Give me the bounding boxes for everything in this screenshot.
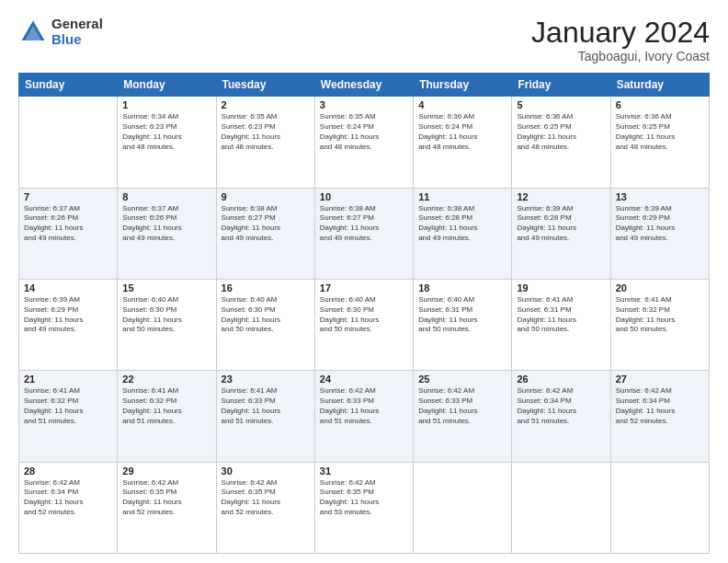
logo: General Blue	[18, 17, 103, 47]
cell-info: Sunrise: 6:39 AMSunset: 6:29 PMDaylight:…	[24, 295, 112, 335]
calendar-cell: 6Sunrise: 6:36 AMSunset: 6:25 PMDaylight…	[610, 97, 709, 188]
day-number: 11	[418, 191, 506, 202]
cell-info: Sunrise: 6:36 AMSunset: 6:25 PMDaylight:…	[616, 112, 704, 152]
day-number: 20	[616, 282, 704, 293]
cell-info: Sunrise: 6:39 AMSunset: 6:29 PMDaylight:…	[616, 204, 704, 244]
calendar-cell: 4Sunrise: 6:36 AMSunset: 6:24 PMDaylight…	[414, 97, 512, 188]
week-row-1: 1Sunrise: 6:34 AMSunset: 6:23 PMDaylight…	[19, 97, 710, 188]
weekday-header-wednesday: Wednesday	[314, 74, 413, 97]
cell-info: Sunrise: 6:39 AMSunset: 6:28 PMDaylight:…	[517, 204, 605, 244]
day-number: 25	[418, 373, 506, 385]
day-number: 8	[122, 191, 210, 202]
cell-info: Sunrise: 6:42 AMSunset: 6:35 PMDaylight:…	[320, 478, 408, 518]
day-number: 10	[320, 191, 408, 202]
cell-info: Sunrise: 6:41 AMSunset: 6:32 PMDaylight:…	[24, 386, 112, 426]
cell-info: Sunrise: 6:34 AMSunset: 6:23 PMDaylight:…	[122, 112, 210, 152]
month-title: January 2024	[531, 17, 710, 49]
calendar-cell: 9Sunrise: 6:38 AMSunset: 6:27 PMDaylight…	[216, 188, 314, 279]
week-row-2: 7Sunrise: 6:37 AMSunset: 6:26 PMDaylight…	[19, 188, 710, 279]
calendar-cell: 30Sunrise: 6:42 AMSunset: 6:35 PMDayligh…	[216, 462, 314, 553]
logo-general: General	[51, 17, 103, 32]
calendar-cell: 26Sunrise: 6:42 AMSunset: 6:34 PMDayligh…	[512, 371, 610, 462]
cell-info: Sunrise: 6:40 AMSunset: 6:30 PMDaylight:…	[122, 295, 210, 335]
calendar-cell: 8Sunrise: 6:37 AMSunset: 6:26 PMDaylight…	[118, 188, 216, 279]
calendar-cell	[512, 462, 610, 553]
calendar-cell: 14Sunrise: 6:39 AMSunset: 6:29 PMDayligh…	[19, 279, 118, 370]
day-number: 27	[616, 373, 704, 385]
calendar-cell: 19Sunrise: 6:41 AMSunset: 6:31 PMDayligh…	[512, 279, 610, 370]
day-number: 15	[122, 282, 210, 293]
cell-info: Sunrise: 6:42 AMSunset: 6:35 PMDaylight:…	[222, 478, 310, 518]
calendar-cell: 5Sunrise: 6:36 AMSunset: 6:25 PMDaylight…	[512, 97, 610, 188]
day-number: 21	[24, 373, 112, 385]
day-number: 18	[418, 282, 506, 293]
calendar-cell: 27Sunrise: 6:42 AMSunset: 6:34 PMDayligh…	[610, 371, 709, 462]
cell-info: Sunrise: 6:38 AMSunset: 6:28 PMDaylight:…	[418, 204, 506, 244]
cell-info: Sunrise: 6:42 AMSunset: 6:33 PMDaylight:…	[320, 386, 408, 426]
cell-info: Sunrise: 6:40 AMSunset: 6:30 PMDaylight:…	[320, 295, 408, 335]
week-row-5: 28Sunrise: 6:42 AMSunset: 6:34 PMDayligh…	[19, 462, 710, 553]
cell-info: Sunrise: 6:42 AMSunset: 6:34 PMDaylight:…	[616, 386, 704, 426]
calendar-cell: 2Sunrise: 6:35 AMSunset: 6:23 PMDaylight…	[216, 97, 314, 188]
calendar-cell: 16Sunrise: 6:40 AMSunset: 6:30 PMDayligh…	[216, 279, 314, 370]
calendar-cell	[414, 462, 512, 553]
weekday-header-monday: Monday	[118, 74, 216, 97]
title-block: January 2024 Tagboagui, Ivory Coast	[531, 17, 710, 63]
day-number: 13	[616, 191, 704, 202]
cell-info: Sunrise: 6:41 AMSunset: 6:33 PMDaylight:…	[222, 386, 310, 426]
cell-info: Sunrise: 6:40 AMSunset: 6:30 PMDaylight:…	[222, 295, 310, 335]
day-number: 3	[320, 99, 408, 110]
calendar-cell: 17Sunrise: 6:40 AMSunset: 6:30 PMDayligh…	[314, 279, 413, 370]
header: General Blue January 2024 Tagboagui, Ivo…	[18, 17, 710, 63]
calendar-cell: 3Sunrise: 6:35 AMSunset: 6:24 PMDaylight…	[314, 97, 413, 188]
calendar-cell: 21Sunrise: 6:41 AMSunset: 6:32 PMDayligh…	[19, 371, 118, 462]
weekday-header-thursday: Thursday	[414, 74, 512, 97]
logo-icon	[18, 17, 48, 47]
weekday-header-sunday: Sunday	[19, 74, 118, 97]
calendar-cell: 15Sunrise: 6:40 AMSunset: 6:30 PMDayligh…	[118, 279, 216, 370]
week-row-4: 21Sunrise: 6:41 AMSunset: 6:32 PMDayligh…	[19, 371, 710, 462]
weekday-header-saturday: Saturday	[610, 74, 709, 97]
calendar-cell: 28Sunrise: 6:42 AMSunset: 6:34 PMDayligh…	[19, 462, 118, 553]
cell-info: Sunrise: 6:40 AMSunset: 6:31 PMDaylight:…	[418, 295, 506, 335]
cell-info: Sunrise: 6:41 AMSunset: 6:31 PMDaylight:…	[517, 295, 605, 335]
calendar-cell: 23Sunrise: 6:41 AMSunset: 6:33 PMDayligh…	[216, 371, 314, 462]
cell-info: Sunrise: 6:42 AMSunset: 6:35 PMDaylight:…	[122, 478, 210, 518]
logo-blue: Blue	[51, 32, 103, 48]
calendar-table: SundayMondayTuesdayWednesdayThursdayFrid…	[18, 73, 710, 554]
day-number: 6	[616, 99, 704, 110]
weekday-header-tuesday: Tuesday	[216, 74, 314, 97]
day-number: 31	[320, 465, 408, 477]
calendar-cell: 22Sunrise: 6:41 AMSunset: 6:32 PMDayligh…	[118, 371, 216, 462]
day-number: 12	[517, 191, 605, 202]
cell-info: Sunrise: 6:35 AMSunset: 6:24 PMDaylight:…	[320, 112, 408, 152]
calendar-cell: 7Sunrise: 6:37 AMSunset: 6:26 PMDaylight…	[19, 188, 118, 279]
day-number: 16	[222, 282, 310, 293]
cell-info: Sunrise: 6:38 AMSunset: 6:27 PMDaylight:…	[222, 204, 310, 244]
day-number: 4	[418, 99, 506, 110]
calendar-cell	[19, 97, 118, 188]
calendar-cell: 13Sunrise: 6:39 AMSunset: 6:29 PMDayligh…	[610, 188, 709, 279]
day-number: 9	[222, 191, 310, 202]
location: Tagboagui, Ivory Coast	[531, 49, 710, 63]
page: General Blue January 2024 Tagboagui, Ivo…	[0, 0, 728, 563]
day-number: 28	[24, 465, 112, 477]
calendar-cell: 10Sunrise: 6:38 AMSunset: 6:27 PMDayligh…	[314, 188, 413, 279]
calendar-cell: 24Sunrise: 6:42 AMSunset: 6:33 PMDayligh…	[314, 371, 413, 462]
day-number: 24	[320, 373, 408, 385]
calendar-cell: 25Sunrise: 6:42 AMSunset: 6:33 PMDayligh…	[414, 371, 512, 462]
calendar-cell	[610, 462, 709, 553]
day-number: 19	[517, 282, 605, 293]
week-row-3: 14Sunrise: 6:39 AMSunset: 6:29 PMDayligh…	[19, 279, 710, 370]
calendar-cell: 11Sunrise: 6:38 AMSunset: 6:28 PMDayligh…	[414, 188, 512, 279]
calendar-cell: 31Sunrise: 6:42 AMSunset: 6:35 PMDayligh…	[314, 462, 413, 553]
cell-info: Sunrise: 6:35 AMSunset: 6:23 PMDaylight:…	[222, 112, 310, 152]
cell-info: Sunrise: 6:37 AMSunset: 6:26 PMDaylight:…	[122, 204, 210, 244]
calendar-cell: 1Sunrise: 6:34 AMSunset: 6:23 PMDaylight…	[118, 97, 216, 188]
calendar-cell: 12Sunrise: 6:39 AMSunset: 6:28 PMDayligh…	[512, 188, 610, 279]
day-number: 1	[122, 99, 210, 110]
day-number: 22	[122, 373, 210, 385]
calendar-cell: 29Sunrise: 6:42 AMSunset: 6:35 PMDayligh…	[118, 462, 216, 553]
cell-info: Sunrise: 6:42 AMSunset: 6:34 PMDaylight:…	[24, 478, 112, 518]
day-number: 29	[122, 465, 210, 477]
